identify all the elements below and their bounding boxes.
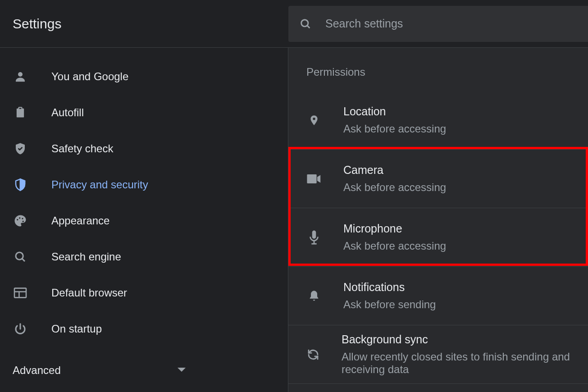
permission-row-background-sync[interactable]: Background sync Allow recently closed si…: [288, 325, 588, 384]
microphone-icon: [306, 230, 322, 245]
svg-point-8: [16, 252, 23, 260]
permission-subtitle: Ask before accessing: [343, 181, 446, 194]
permission-row-notifications[interactable]: Notifications Ask before sending: [288, 267, 588, 325]
svg-rect-3: [19, 107, 22, 109]
sidebar-item-appearance[interactable]: Appearance: [0, 203, 288, 239]
power-icon: [13, 321, 28, 337]
svg-line-9: [22, 259, 25, 261]
sidebar-item-autofill[interactable]: Autofill: [0, 95, 288, 131]
permission-row-camera[interactable]: Camera Ask before accessing: [288, 150, 588, 208]
sidebar-advanced-toggle[interactable]: Advanced: [0, 352, 198, 388]
permission-title: Location: [343, 105, 446, 118]
palette-icon: [13, 213, 28, 228]
permission-subtitle: Allow recently closed sites to finish se…: [342, 351, 588, 376]
permission-row-microphone[interactable]: Microphone Ask before accessing: [288, 208, 588, 267]
svg-point-5: [19, 217, 20, 219]
svg-point-2: [18, 72, 23, 77]
chevron-down-icon: [178, 368, 186, 373]
permission-title: Camera: [343, 164, 446, 177]
sidebar-item-privacy-security[interactable]: Privacy and security: [0, 167, 288, 203]
clipboard-icon: [13, 105, 28, 120]
main-panel: Permissions Location Ask before accessin…: [288, 48, 588, 392]
sidebar-item-label: Privacy and security: [51, 178, 148, 191]
sidebar-item-you-and-google[interactable]: You and Google: [0, 59, 288, 95]
svg-rect-15: [312, 230, 316, 238]
sidebar-item-label: You and Google: [51, 70, 128, 83]
search-bar[interactable]: [288, 6, 588, 42]
page-title: Settings: [0, 16, 288, 32]
sidebar-item-label: On startup: [51, 323, 102, 335]
sidebar-item-label: Safety check: [51, 142, 113, 155]
sidebar-item-safety-check[interactable]: Safety check: [0, 131, 288, 167]
svg-line-1: [307, 25, 310, 28]
svg-point-7: [23, 221, 24, 222]
svg-point-4: [17, 219, 18, 220]
svg-point-0: [301, 19, 308, 26]
sync-icon: [306, 347, 320, 362]
shield-icon: [13, 177, 28, 192]
sidebar-item-label: Default browser: [51, 287, 127, 299]
bell-icon: [306, 288, 322, 304]
permission-title: Background sync: [342, 333, 588, 346]
header: Settings: [0, 0, 588, 48]
sidebar-item-search-engine[interactable]: Search engine: [0, 239, 288, 275]
magnifier-icon: [13, 249, 28, 264]
section-title: Permissions: [288, 48, 588, 91]
permission-row-location[interactable]: Location Ask before accessing: [288, 91, 588, 150]
advanced-label: Advanced: [13, 364, 61, 377]
permission-subtitle: Ask before accessing: [343, 240, 446, 252]
permission-subtitle: Ask before accessing: [343, 123, 446, 135]
search-icon: [299, 18, 312, 30]
sidebar: You and Google Autofill Safety check Pri…: [0, 48, 288, 392]
permission-title: Notifications: [343, 281, 436, 294]
search-input[interactable]: [325, 17, 577, 30]
sidebar-item-default-browser[interactable]: Default browser: [0, 275, 288, 311]
svg-point-6: [22, 218, 23, 219]
shield-check-icon: [13, 141, 28, 156]
person-icon: [13, 69, 28, 84]
sidebar-item-on-startup[interactable]: On startup: [0, 311, 288, 347]
permission-title: Microphone: [343, 222, 446, 235]
location-pin-icon: [306, 113, 322, 128]
svg-point-13: [313, 118, 315, 120]
sidebar-item-label: Search engine: [51, 251, 121, 263]
svg-rect-10: [14, 288, 26, 298]
sidebar-item-label: Autofill: [51, 106, 84, 119]
sidebar-item-label: Appearance: [51, 214, 109, 227]
browser-icon: [13, 285, 28, 301]
svg-rect-14: [307, 174, 316, 183]
camera-icon: [306, 171, 322, 187]
permission-subtitle: Ask before sending: [343, 298, 436, 311]
